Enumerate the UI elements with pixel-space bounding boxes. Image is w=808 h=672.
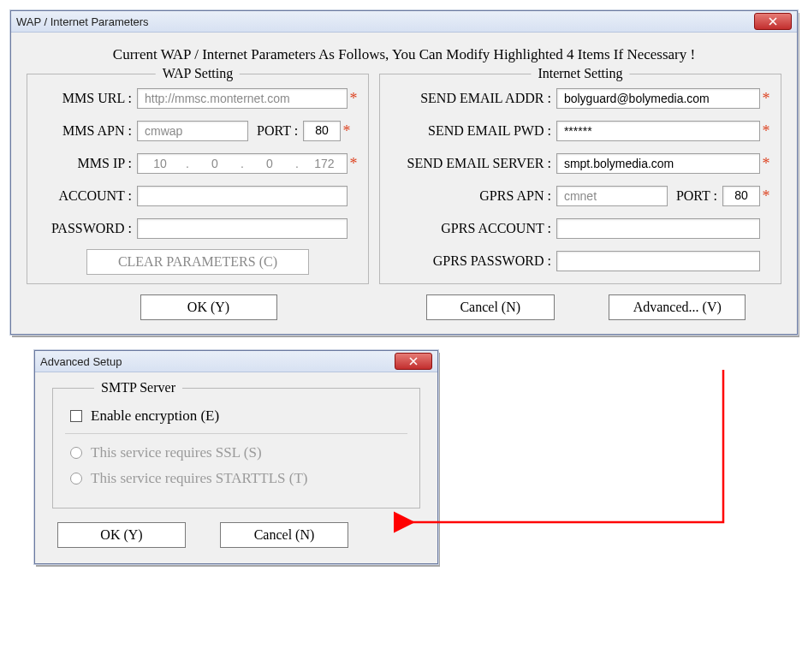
required-star: * <box>341 122 353 140</box>
advanced-ok-button[interactable]: OK (Y) <box>57 522 186 548</box>
gprs-apn-field[interactable] <box>556 186 668 206</box>
advanced-cancel-button[interactable]: Cancel (N) <box>220 522 348 548</box>
close-button[interactable] <box>754 13 792 30</box>
mms-apn-field[interactable] <box>137 121 248 141</box>
radio-icon <box>70 447 82 459</box>
mms-port-field[interactable]: 80 <box>303 121 341 141</box>
enable-encryption-row[interactable]: Enable encryption (E) <box>70 407 407 425</box>
checkbox-icon <box>70 410 82 422</box>
wap-legend: WAP Setting <box>156 66 241 81</box>
required-star: * <box>348 90 359 108</box>
mms-ip-label: MMS IP : <box>36 156 137 171</box>
wap-password-field[interactable] <box>137 218 348 239</box>
starttls-option-label: This service requires STARTTLS (T) <box>91 470 308 487</box>
close-icon <box>409 357 418 366</box>
gprs-port-field[interactable]: 80 <box>722 186 760 206</box>
mms-ip-field[interactable]: 10. 0. 0. 172 <box>137 153 348 174</box>
wap-password-label: PASSWORD : <box>36 221 137 236</box>
gprs-port-label: PORT : <box>676 188 722 204</box>
window-title: Advanced Setup <box>40 355 122 368</box>
gprs-password-field[interactable] <box>556 251 760 271</box>
advanced-button[interactable]: Advanced... (V) <box>609 294 746 320</box>
starttls-option-row[interactable]: This service requires STARTTLS (T) <box>70 470 407 487</box>
clear-parameters-button[interactable]: CLEAR PARAMETERS (C) <box>86 249 309 275</box>
gprs-apn-label: GPRS APN : <box>389 188 556 204</box>
required-star: * <box>348 155 359 173</box>
wap-setting-group: WAP Setting MMS URL : * MMS APN : PORT :… <box>27 74 369 284</box>
wap-account-label: ACCOUNT : <box>36 188 137 204</box>
smtp-legend: SMTP Server <box>94 380 182 395</box>
send-email-addr-label: SEND EMAIL ADDR : <box>389 91 556 106</box>
mms-url-label: MMS URL : <box>36 91 137 106</box>
required-star: * <box>760 90 772 108</box>
send-email-pwd-field[interactable] <box>556 121 760 141</box>
send-email-pwd-label: SEND EMAIL PWD : <box>389 123 556 139</box>
required-star: * <box>760 187 772 205</box>
enable-encryption-label: Enable encryption (E) <box>91 407 219 425</box>
titlebar-main: WAP / Internet Parameters <box>11 11 797 33</box>
mms-port-label: PORT : <box>257 123 303 139</box>
gprs-account-field[interactable] <box>556 218 760 239</box>
ssl-option-row[interactable]: This service requires SSL (S) <box>70 444 407 461</box>
divider <box>65 433 407 434</box>
window-title: WAP / Internet Parameters <box>16 15 149 28</box>
ok-button[interactable]: OK (Y) <box>140 294 277 320</box>
cancel-button[interactable]: Cancel (N) <box>426 294 555 320</box>
send-email-server-label: SEND EMAIL SERVER : <box>389 156 556 171</box>
mms-apn-label: MMS APN : <box>36 123 137 139</box>
required-star: * <box>760 155 772 173</box>
smtp-server-group: SMTP Server Enable encryption (E) This s… <box>52 388 420 508</box>
send-email-server-field[interactable] <box>556 153 760 174</box>
mms-url-field[interactable] <box>137 88 348 109</box>
required-star: * <box>760 122 772 140</box>
ssl-option-label: This service requires SSL (S) <box>91 444 262 461</box>
close-button[interactable] <box>395 353 432 370</box>
internet-setting-group: Internet Setting SEND EMAIL ADDR : * SEN… <box>379 74 781 284</box>
titlebar-advanced: Advanced Setup <box>35 351 437 372</box>
gprs-account-label: GPRS ACCOUNT : <box>389 221 556 236</box>
radio-icon <box>70 473 82 485</box>
internet-legend: Internet Setting <box>531 66 629 81</box>
wap-account-field[interactable] <box>137 186 348 206</box>
headline: Current WAP / Internet Parameters As Fol… <box>27 46 781 63</box>
close-icon <box>769 17 777 26</box>
send-email-addr-field[interactable] <box>556 88 760 109</box>
gprs-password-label: GPRS PASSWORD : <box>389 253 556 269</box>
